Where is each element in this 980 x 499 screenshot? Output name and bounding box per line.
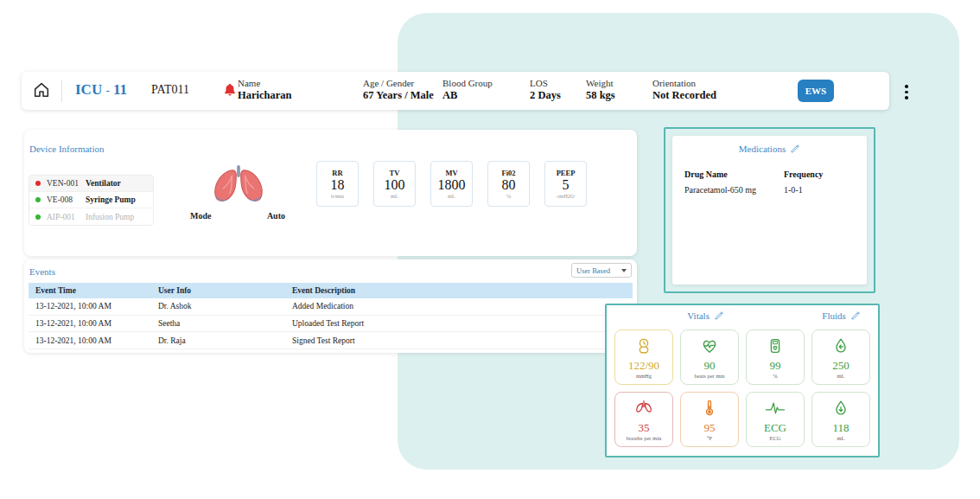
param-unit: b/min: [331, 193, 344, 199]
field-blood-group: Blood Group AB: [442, 78, 493, 102]
bed-number: 11: [113, 81, 127, 98]
field-blood-group-value: AB: [442, 89, 493, 102]
vital-card-blood-pressure[interactable]: 122/90 mmHg: [614, 329, 673, 385]
device-code: AIP-001: [47, 213, 86, 221]
medications-panel: Medications Drug Name Frequency Paraceta…: [664, 127, 875, 293]
param-card-peep: PEEP 5 cmH2O: [544, 161, 587, 207]
field-age-gender-value: 67 Years / Male: [363, 89, 434, 102]
field-weight: Weight 58 kgs: [586, 78, 615, 102]
device-code: VEN-001: [47, 179, 86, 188]
table-row[interactable]: Paracetamol-650 mg 1-0-1: [672, 179, 867, 195]
medications-col-drug: Drug Name: [684, 170, 784, 179]
device-list: VEN-001 Ventilator VE-008 Syringe Pump A…: [29, 175, 154, 226]
table-row[interactable]: 13-12-2021, 10:00 AM Dr. Raja Signed Tes…: [29, 332, 633, 349]
ward-bed-title: ICU - 11: [75, 81, 127, 99]
event-user: Dr. Ashok: [158, 302, 292, 310]
field-orientation: Orientation Not Recorded: [652, 78, 716, 102]
fluid-card-intake[interactable]: 250 mL: [811, 329, 870, 385]
device-name: Infusion Pump: [86, 213, 134, 221]
vital-card-spo2[interactable]: 99 %: [746, 329, 805, 385]
medications-title-row: Medications: [672, 136, 867, 156]
pulse-oximeter-icon: [766, 336, 785, 359]
patient-id: PAT011: [151, 83, 189, 97]
more-options-icon[interactable]: [901, 83, 912, 101]
field-name-label: Name: [238, 78, 292, 89]
event-description: Added Medication: [292, 302, 633, 310]
events-table-header: Event Time User Info Event Description: [29, 283, 633, 298]
medications-title: Medications: [739, 144, 786, 154]
param-unit: mL: [448, 193, 455, 199]
vital-card-heart-rate[interactable]: 90 beats per min: [680, 329, 739, 385]
device-information-title: Device Information: [29, 144, 104, 154]
vitals-fluids-grid: 122/90 mmHg 90 beats per min 99 % 250 mL…: [607, 328, 878, 455]
events-filter-value: User Based: [576, 266, 610, 275]
field-los-label: LOS: [530, 78, 561, 89]
edit-fluids-icon[interactable]: [850, 310, 861, 323]
events-col-user: User Info: [158, 286, 292, 295]
event-time: 13-12-2021, 10:00 AM: [29, 319, 158, 328]
fluid-card-output[interactable]: 118 mL: [811, 392, 870, 447]
fluid-intake-icon: [831, 336, 850, 359]
medications-card: Medications Drug Name Frequency Paraceta…: [672, 136, 867, 285]
device-status-dot-green: [35, 197, 41, 202]
param-card-rr: RR 18 b/min: [316, 161, 359, 207]
table-row[interactable]: 13-12-2021, 10:00 AM Seetha Uploaded Tes…: [29, 316, 633, 333]
medication-drug: Paracetamol-650 mg: [684, 185, 784, 195]
fluids-title-row: Fluids: [805, 310, 878, 323]
vital-value: 99: [770, 360, 781, 372]
events-table: Event Time User Info Event Description 1…: [29, 283, 633, 349]
vital-unit: breaths per min: [627, 435, 661, 441]
param-value: 100: [385, 177, 405, 193]
alert-bell-icon[interactable]: [222, 82, 238, 101]
param-value: 5: [563, 177, 570, 193]
fluids-title: Fluids: [822, 310, 846, 321]
field-name: Name Haricharan: [238, 78, 292, 102]
field-orientation-value: Not Recorded: [652, 89, 716, 102]
ews-button[interactable]: EWS: [798, 80, 834, 102]
param-label: RR: [332, 169, 342, 177]
device-row-ventilator[interactable]: VEN-001 Ventilator: [29, 176, 153, 192]
param-label: Fi02: [501, 169, 515, 177]
device-name: Syringe Pump: [86, 195, 136, 204]
param-value: 80: [502, 177, 516, 193]
param-unit: %: [506, 193, 511, 199]
vital-value: ECG: [764, 422, 786, 434]
vital-card-respiration[interactable]: 35 breaths per min: [614, 392, 673, 447]
ventilator-mode: Mode Auto: [190, 211, 285, 221]
lungs-illustration: [200, 164, 277, 216]
edit-medications-icon[interactable]: [790, 144, 800, 156]
param-label: PEEP: [557, 169, 576, 177]
param-card-tv: TV 100 mL: [373, 161, 416, 207]
medications-table-header: Drug Name Frequency: [672, 156, 867, 179]
event-description: Signed Test Report: [292, 336, 633, 345]
device-row-syringe-pump[interactable]: VE-008 Syringe Pump: [29, 192, 153, 208]
event-user: Seetha: [158, 319, 292, 328]
ventilator-parameters: RR 18 b/min TV 100 mL MV 1800 mL Fi02 80…: [316, 161, 587, 207]
edit-vitals-icon[interactable]: [714, 310, 724, 323]
medications-col-frequency: Frequency: [784, 170, 855, 179]
table-row[interactable]: 13-12-2021, 10:00 AM Dr. Ashok Added Med…: [29, 298, 633, 316]
device-status-dot-red: [35, 181, 41, 186]
events-filter-dropdown[interactable]: User Based: [571, 263, 632, 278]
header-divider: [61, 80, 62, 102]
device-row-infusion-pump[interactable]: AIP-001 Infusion Pump: [29, 208, 153, 225]
patient-header-bar: ICU - 11 PAT011 Name Haricharan Age / Ge…: [22, 72, 889, 110]
mode-value: Auto: [267, 211, 285, 221]
blood-pressure-icon: [634, 336, 653, 359]
param-label: TV: [390, 169, 400, 177]
vital-unit: °F: [707, 435, 712, 441]
vital-card-ecg[interactable]: ECG ECG: [746, 392, 805, 447]
vital-value: 35: [639, 422, 650, 434]
events-col-time: Event Time: [29, 286, 158, 295]
fluid-unit: mL: [837, 373, 844, 379]
field-blood-group-label: Blood Group: [442, 78, 493, 89]
field-los-value: 2 Days: [530, 89, 561, 102]
field-weight-value: 58 kgs: [586, 89, 615, 102]
vital-unit: ECG: [770, 435, 781, 441]
home-icon[interactable]: [32, 80, 51, 103]
events-title: Events: [29, 266, 55, 277]
events-panel: Events User Based Event Time User Info E…: [24, 259, 637, 353]
vital-value: 95: [704, 422, 716, 434]
vital-card-temperature[interactable]: 95 °F: [680, 392, 739, 447]
param-unit: mL: [391, 193, 398, 199]
